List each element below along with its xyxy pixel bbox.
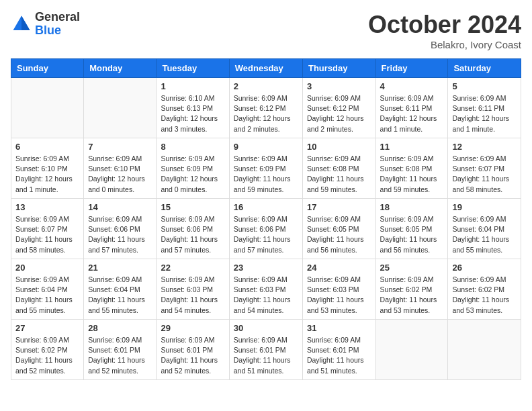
week-row-3: 13Sunrise: 6:09 AM Sunset: 6:07 PM Dayli… — [11, 199, 521, 259]
day-number: 11 — [380, 142, 444, 152]
day-info: Sunrise: 6:09 AM Sunset: 6:05 PM Dayligh… — [380, 214, 444, 255]
day-number: 25 — [380, 263, 444, 273]
day-number: 4 — [380, 81, 444, 91]
calendar-cell — [84, 78, 157, 138]
day-info: Sunrise: 6:09 AM Sunset: 6:10 PM Dayligh… — [88, 154, 152, 195]
day-number: 30 — [234, 323, 298, 333]
calendar-cell: 16Sunrise: 6:09 AM Sunset: 6:06 PM Dayli… — [229, 199, 302, 259]
day-number: 29 — [161, 323, 224, 333]
day-info: Sunrise: 6:09 AM Sunset: 6:02 PM Dayligh… — [15, 335, 79, 376]
day-number: 16 — [234, 202, 298, 212]
day-number: 18 — [380, 202, 444, 212]
calendar-cell: 31Sunrise: 6:09 AM Sunset: 6:01 PM Dayli… — [302, 320, 375, 380]
calendar-cell: 20Sunrise: 6:09 AM Sunset: 6:04 PM Dayli… — [11, 259, 84, 320]
weekday-header-tuesday: Tuesday — [157, 59, 229, 78]
day-info: Sunrise: 6:09 AM Sunset: 6:12 PM Dayligh… — [234, 93, 298, 134]
day-info: Sunrise: 6:09 AM Sunset: 6:11 PM Dayligh… — [452, 93, 517, 134]
day-info: Sunrise: 6:09 AM Sunset: 6:06 PM Dayligh… — [88, 214, 152, 255]
calendar-cell: 27Sunrise: 6:09 AM Sunset: 6:02 PM Dayli… — [11, 320, 84, 380]
calendar-cell — [375, 320, 448, 380]
day-number: 14 — [88, 202, 152, 212]
calendar-cell: 8Sunrise: 6:09 AM Sunset: 6:09 PM Daylig… — [157, 138, 229, 199]
day-number: 28 — [88, 323, 152, 333]
day-number: 15 — [161, 202, 224, 212]
calendar-table: SundayMondayTuesdayWednesdayThursdayFrid… — [11, 58, 521, 380]
day-number: 9 — [234, 142, 298, 152]
day-number: 22 — [161, 263, 224, 273]
day-info: Sunrise: 6:09 AM Sunset: 6:08 PM Dayligh… — [380, 154, 444, 195]
calendar-cell: 18Sunrise: 6:09 AM Sunset: 6:05 PM Dayli… — [375, 199, 448, 259]
calendar-cell: 15Sunrise: 6:09 AM Sunset: 6:06 PM Dayli… — [157, 199, 229, 259]
week-row-4: 20Sunrise: 6:09 AM Sunset: 6:04 PM Dayli… — [11, 259, 521, 320]
day-info: Sunrise: 6:09 AM Sunset: 6:03 PM Dayligh… — [161, 275, 224, 316]
day-number: 1 — [161, 81, 224, 91]
calendar-cell: 6Sunrise: 6:09 AM Sunset: 6:10 PM Daylig… — [11, 138, 84, 199]
weekday-header-monday: Monday — [84, 59, 157, 78]
location: Belakro, Ivory Coast — [368, 39, 521, 50]
day-number: 12 — [452, 142, 517, 152]
day-number: 24 — [307, 263, 371, 273]
weekday-header-thursday: Thursday — [302, 59, 375, 78]
day-info: Sunrise: 6:09 AM Sunset: 6:01 PM Dayligh… — [307, 335, 371, 376]
weekday-header-sunday: Sunday — [11, 59, 84, 78]
day-number: 27 — [15, 323, 79, 333]
day-info: Sunrise: 6:10 AM Sunset: 6:13 PM Dayligh… — [161, 93, 224, 134]
day-info: Sunrise: 6:09 AM Sunset: 6:08 PM Dayligh… — [307, 154, 371, 195]
calendar-cell: 1Sunrise: 6:10 AM Sunset: 6:13 PM Daylig… — [157, 78, 229, 138]
logo-icon — [11, 13, 32, 35]
day-number: 6 — [15, 142, 79, 152]
calendar-cell: 5Sunrise: 6:09 AM Sunset: 6:11 PM Daylig… — [448, 78, 521, 138]
calendar-cell: 9Sunrise: 6:09 AM Sunset: 6:09 PM Daylig… — [229, 138, 302, 199]
calendar-cell: 2Sunrise: 6:09 AM Sunset: 6:12 PM Daylig… — [229, 78, 302, 138]
weekday-header-friday: Friday — [375, 59, 448, 78]
calendar-cell: 11Sunrise: 6:09 AM Sunset: 6:08 PM Dayli… — [375, 138, 448, 199]
day-number: 7 — [88, 142, 152, 152]
calendar-cell: 17Sunrise: 6:09 AM Sunset: 6:05 PM Dayli… — [302, 199, 375, 259]
logo-blue: Blue — [35, 24, 80, 38]
month-title: October 2024 — [368, 11, 521, 39]
calendar-cell: 13Sunrise: 6:09 AM Sunset: 6:07 PM Dayli… — [11, 199, 84, 259]
weekday-header-row: SundayMondayTuesdayWednesdayThursdayFrid… — [11, 59, 521, 78]
day-number: 8 — [161, 142, 224, 152]
day-number: 21 — [88, 263, 152, 273]
day-info: Sunrise: 6:09 AM Sunset: 6:06 PM Dayligh… — [234, 214, 298, 255]
calendar-cell: 29Sunrise: 6:09 AM Sunset: 6:01 PM Dayli… — [157, 320, 229, 380]
calendar-cell: 24Sunrise: 6:09 AM Sunset: 6:03 PM Dayli… — [302, 259, 375, 320]
day-info: Sunrise: 6:09 AM Sunset: 6:01 PM Dayligh… — [161, 335, 224, 376]
day-info: Sunrise: 6:09 AM Sunset: 6:03 PM Dayligh… — [234, 275, 298, 316]
title-block: October 2024 Belakro, Ivory Coast — [368, 11, 521, 50]
day-number: 5 — [452, 81, 517, 91]
day-info: Sunrise: 6:09 AM Sunset: 6:05 PM Dayligh… — [307, 214, 371, 255]
logo-text: General Blue — [35, 11, 80, 38]
calendar-cell: 23Sunrise: 6:09 AM Sunset: 6:03 PM Dayli… — [229, 259, 302, 320]
day-info: Sunrise: 6:09 AM Sunset: 6:09 PM Dayligh… — [161, 154, 224, 195]
day-number: 10 — [307, 142, 371, 152]
page-header: General Blue October 2024 Belakro, Ivory… — [11, 11, 521, 50]
calendar-cell: 7Sunrise: 6:09 AM Sunset: 6:10 PM Daylig… — [84, 138, 157, 199]
day-info: Sunrise: 6:09 AM Sunset: 6:04 PM Dayligh… — [452, 214, 517, 255]
day-info: Sunrise: 6:09 AM Sunset: 6:01 PM Dayligh… — [234, 335, 298, 376]
calendar-cell: 28Sunrise: 6:09 AM Sunset: 6:01 PM Dayli… — [84, 320, 157, 380]
week-row-1: 1Sunrise: 6:10 AM Sunset: 6:13 PM Daylig… — [11, 78, 521, 138]
calendar-cell: 22Sunrise: 6:09 AM Sunset: 6:03 PM Dayli… — [157, 259, 229, 320]
day-number: 19 — [452, 202, 517, 212]
day-info: Sunrise: 6:09 AM Sunset: 6:12 PM Dayligh… — [307, 93, 371, 134]
calendar-cell — [11, 78, 84, 138]
calendar-cell: 14Sunrise: 6:09 AM Sunset: 6:06 PM Dayli… — [84, 199, 157, 259]
day-number: 17 — [307, 202, 371, 212]
day-number: 2 — [234, 81, 298, 91]
logo-general: General — [35, 11, 80, 24]
day-number: 31 — [307, 323, 371, 333]
calendar-cell: 19Sunrise: 6:09 AM Sunset: 6:04 PM Dayli… — [448, 199, 521, 259]
day-info: Sunrise: 6:09 AM Sunset: 6:02 PM Dayligh… — [452, 275, 517, 316]
day-number: 13 — [15, 202, 79, 212]
calendar-cell: 26Sunrise: 6:09 AM Sunset: 6:02 PM Dayli… — [448, 259, 521, 320]
day-info: Sunrise: 6:09 AM Sunset: 6:09 PM Dayligh… — [234, 154, 298, 195]
logo: General Blue — [11, 11, 80, 38]
calendar-cell: 3Sunrise: 6:09 AM Sunset: 6:12 PM Daylig… — [302, 78, 375, 138]
day-info: Sunrise: 6:09 AM Sunset: 6:11 PM Dayligh… — [380, 93, 444, 134]
svg-marker-1 — [21, 15, 30, 30]
day-number: 20 — [15, 263, 79, 273]
calendar-cell: 12Sunrise: 6:09 AM Sunset: 6:07 PM Dayli… — [448, 138, 521, 199]
day-info: Sunrise: 6:09 AM Sunset: 6:03 PM Dayligh… — [307, 275, 371, 316]
